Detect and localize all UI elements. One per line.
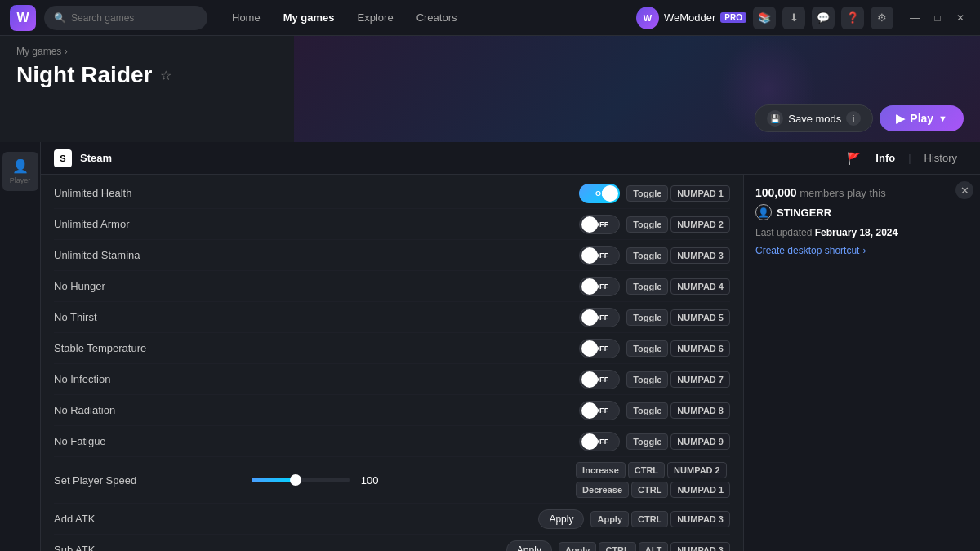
cheat-row-add-atk: Add ATK Apply Apply CTRL NUMPAD 3 xyxy=(54,504,730,535)
apply-add-atk-button[interactable]: Apply xyxy=(538,509,584,529)
window-controls: — □ ✕ xyxy=(905,8,970,28)
members-count: 100,000 xyxy=(755,186,797,199)
discord-icon[interactable]: 💬 xyxy=(812,7,835,29)
toggle-knob xyxy=(581,216,598,233)
avatar: W xyxy=(636,7,659,29)
cheat-row-unlimited-health: Unlimited Health ON Toggle NUMPAD 1 xyxy=(54,178,730,209)
ctrl-key: CTRL xyxy=(631,511,668,527)
player-icon: 👤 xyxy=(12,158,29,174)
toggle-key: Toggle xyxy=(626,278,668,295)
keybind-group: Toggle NUMPAD 4 xyxy=(626,278,730,295)
search-icon: 🔍 xyxy=(54,12,66,24)
right-panel: ✕ 100,000 members play this 👤 STINGERR L… xyxy=(743,175,980,551)
maximize-button[interactable]: □ xyxy=(928,8,947,28)
toggle-key: Toggle xyxy=(626,371,668,388)
pro-badge: PRO xyxy=(720,12,746,23)
main-layout: 👤 Player S Steam 🚩 Info | History Unlimi… xyxy=(0,142,980,551)
cheat-name: Unlimited Armor xyxy=(54,218,579,230)
tab-info[interactable]: Info xyxy=(866,149,905,167)
updated-label: Last updated xyxy=(755,227,812,238)
cheat-name: No Thirst xyxy=(54,311,579,323)
cheat-row-no-hunger: No Hunger OFF Toggle NUMPAD 4 xyxy=(54,271,730,302)
toggle-key: Toggle xyxy=(626,433,668,450)
toggle-unlimited-health[interactable]: ON xyxy=(579,184,620,203)
cheat-name: Sub ATK xyxy=(54,544,506,551)
nav-my-games[interactable]: My games xyxy=(274,8,345,27)
toggle-knob xyxy=(581,402,598,419)
settings-icon[interactable]: ⚙ xyxy=(871,7,893,29)
cheat-name: Set Player Speed xyxy=(54,474,252,487)
toggle-no-thirst[interactable]: OFF xyxy=(579,308,620,327)
cheat-name: Unlimited Stamina xyxy=(54,249,579,261)
toggle-stable-temperature[interactable]: OFF xyxy=(579,339,620,358)
toggle-knob xyxy=(581,309,598,326)
ctrl-key: CTRL xyxy=(628,462,665,478)
slider-fill xyxy=(252,478,296,482)
nav-explore[interactable]: Explore xyxy=(348,8,403,27)
cheat-row-no-radiation: No Radiation OFF Toggle NUMPAD 8 xyxy=(54,395,730,426)
game-title-row: Night Raider ☆ xyxy=(16,62,964,88)
cheat-row-no-infection: No Infection OFF Toggle NUMPAD 7 xyxy=(54,364,730,395)
keybind-group: Toggle NUMPAD 7 xyxy=(626,371,730,388)
download-icon[interactable]: ⬇ xyxy=(782,7,805,29)
search-input[interactable] xyxy=(71,12,198,24)
sidebar-item-label: Player xyxy=(10,176,31,184)
updated-date: February 18, 2024 xyxy=(815,227,898,238)
toggle-knob xyxy=(581,278,598,295)
topbar-right: W WeModder PRO 📚 ⬇ 💬 ❓ ⚙ — □ ✕ xyxy=(636,7,970,29)
close-panel-button[interactable]: ✕ xyxy=(956,181,973,199)
help-icon[interactable]: ❓ xyxy=(841,7,864,29)
shortcut-link[interactable]: Create desktop shortcut › xyxy=(755,245,969,256)
toggle-knob xyxy=(581,433,598,450)
numpad-key-3: NUMPAD 3 xyxy=(670,511,730,527)
numpad-key-2: NUMPAD 2 xyxy=(667,462,727,478)
sidebar-item-player[interactable]: 👤 Player xyxy=(2,152,38,191)
library-icon[interactable]: 📚 xyxy=(753,7,776,29)
chevron-down-icon: ▼ xyxy=(938,113,947,123)
author-name: STINGERR xyxy=(777,207,831,219)
numpad-key-3: NUMPAD 3 xyxy=(670,542,730,552)
apply-sub-atk-button[interactable]: Apply xyxy=(506,540,552,552)
username: WeModder xyxy=(664,11,715,24)
cheat-name: No Fatigue xyxy=(54,435,579,447)
panel-date: Last updated February 18, 2024 xyxy=(755,227,969,238)
panel-members-stat: 100,000 members play this xyxy=(755,186,969,199)
slider-thumb[interactable] xyxy=(290,474,301,486)
minimize-button[interactable]: — xyxy=(905,8,924,28)
nav-links: Home My games Explore Creators xyxy=(222,8,467,27)
nav-creators[interactable]: Creators xyxy=(407,8,467,27)
hero-section: My games › Night Raider ☆ 💾 Save mods i … xyxy=(0,36,980,142)
search-box[interactable]: 🔍 xyxy=(44,6,207,30)
toggle-no-hunger[interactable]: OFF xyxy=(579,277,620,296)
content-area: S Steam 🚩 Info | History Unlimited Healt… xyxy=(41,142,980,551)
breadcrumb-link[interactable]: My games xyxy=(16,46,61,57)
increase-keybind-group: Increase CTRL NUMPAD 2 Decrease CTRL NUM… xyxy=(576,462,730,498)
keybind-group: Toggle NUMPAD 9 xyxy=(626,433,730,450)
close-button[interactable]: ✕ xyxy=(951,8,970,28)
numpad-key: NUMPAD 8 xyxy=(670,402,730,419)
cheat-name: No Infection xyxy=(54,373,579,385)
keybind-group: Apply CTRL NUMPAD 3 xyxy=(590,511,730,527)
favorite-icon[interactable]: ☆ xyxy=(160,68,172,83)
play-button[interactable]: ▶ Play ▼ xyxy=(880,105,964,131)
cheat-row-unlimited-armor: Unlimited Armor OFF Toggle NUMPAD 2 xyxy=(54,209,730,240)
toggle-unlimited-stamina[interactable]: OFF xyxy=(579,246,620,265)
steam-icon: S xyxy=(54,149,72,167)
slider-track[interactable] xyxy=(252,478,350,482)
numpad-key: NUMPAD 4 xyxy=(670,278,730,295)
toggle-key: Toggle xyxy=(626,309,668,326)
ctrl-key: CTRL xyxy=(631,482,668,498)
save-mods-button[interactable]: 💾 Save mods i xyxy=(755,104,873,132)
toggle-no-fatigue[interactable]: OFF xyxy=(579,432,620,451)
cheat-name: Unlimited Health xyxy=(54,187,579,199)
cheat-row-set-player-speed: Set Player Speed 100 Increase CTRL xyxy=(54,457,730,504)
cheat-row-no-fatigue: No Fatigue OFF Toggle NUMPAD 9 xyxy=(54,426,730,457)
keybind-group: Toggle NUMPAD 3 xyxy=(626,247,730,264)
toggle-no-infection[interactable]: OFF xyxy=(579,370,620,389)
numpad-key: NUMPAD 1 xyxy=(670,185,730,202)
tab-history[interactable]: History xyxy=(915,149,967,167)
toggle-no-radiation[interactable]: OFF xyxy=(579,401,620,420)
nav-home[interactable]: Home xyxy=(222,8,270,27)
toggle-unlimited-armor[interactable]: OFF xyxy=(579,215,620,234)
keybind-group: Toggle NUMPAD 5 xyxy=(626,309,730,326)
